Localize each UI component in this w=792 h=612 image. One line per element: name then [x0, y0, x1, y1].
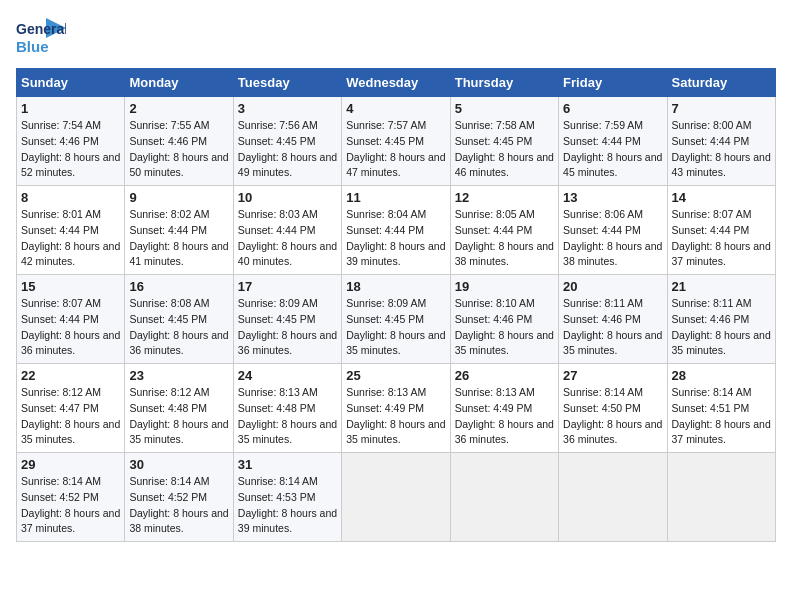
cell-content: Sunrise: 8:02 AMSunset: 4:44 PMDaylight:… [129, 207, 228, 270]
cell-content: Sunrise: 8:08 AMSunset: 4:45 PMDaylight:… [129, 296, 228, 359]
header-row: SundayMondayTuesdayWednesdayThursdayFrid… [17, 69, 776, 97]
svg-text:General: General [16, 21, 66, 37]
week-row-3: 15Sunrise: 8:07 AMSunset: 4:44 PMDayligh… [17, 275, 776, 364]
cell-content: Sunrise: 8:14 AMSunset: 4:50 PMDaylight:… [563, 385, 662, 448]
calendar-table: SundayMondayTuesdayWednesdayThursdayFrid… [16, 68, 776, 542]
cell-content: Sunrise: 8:14 AMSunset: 4:52 PMDaylight:… [129, 474, 228, 537]
calendar-cell: 28Sunrise: 8:14 AMSunset: 4:51 PMDayligh… [667, 364, 775, 453]
calendar-cell: 10Sunrise: 8:03 AMSunset: 4:44 PMDayligh… [233, 186, 341, 275]
day-number: 11 [346, 190, 445, 205]
week-row-4: 22Sunrise: 8:12 AMSunset: 4:47 PMDayligh… [17, 364, 776, 453]
day-number: 21 [672, 279, 771, 294]
calendar-cell: 30Sunrise: 8:14 AMSunset: 4:52 PMDayligh… [125, 453, 233, 542]
cell-content: Sunrise: 7:58 AMSunset: 4:45 PMDaylight:… [455, 118, 554, 181]
calendar-cell: 29Sunrise: 8:14 AMSunset: 4:52 PMDayligh… [17, 453, 125, 542]
calendar-cell: 11Sunrise: 8:04 AMSunset: 4:44 PMDayligh… [342, 186, 450, 275]
calendar-cell: 2Sunrise: 7:55 AMSunset: 4:46 PMDaylight… [125, 97, 233, 186]
day-number: 10 [238, 190, 337, 205]
day-number: 6 [563, 101, 662, 116]
calendar-cell: 5Sunrise: 7:58 AMSunset: 4:45 PMDaylight… [450, 97, 558, 186]
week-row-5: 29Sunrise: 8:14 AMSunset: 4:52 PMDayligh… [17, 453, 776, 542]
page-header: GeneralBlue [16, 16, 776, 60]
cell-content: Sunrise: 7:56 AMSunset: 4:45 PMDaylight:… [238, 118, 337, 181]
calendar-cell: 27Sunrise: 8:14 AMSunset: 4:50 PMDayligh… [559, 364, 667, 453]
day-number: 27 [563, 368, 662, 383]
day-number: 19 [455, 279, 554, 294]
day-number: 30 [129, 457, 228, 472]
day-number: 14 [672, 190, 771, 205]
cell-content: Sunrise: 8:07 AMSunset: 4:44 PMDaylight:… [21, 296, 120, 359]
cell-content: Sunrise: 8:13 AMSunset: 4:48 PMDaylight:… [238, 385, 337, 448]
logo-svg: GeneralBlue [16, 16, 66, 60]
cell-content: Sunrise: 7:59 AMSunset: 4:44 PMDaylight:… [563, 118, 662, 181]
calendar-cell: 20Sunrise: 8:11 AMSunset: 4:46 PMDayligh… [559, 275, 667, 364]
week-row-1: 1Sunrise: 7:54 AMSunset: 4:46 PMDaylight… [17, 97, 776, 186]
col-header-monday: Monday [125, 69, 233, 97]
calendar-cell: 23Sunrise: 8:12 AMSunset: 4:48 PMDayligh… [125, 364, 233, 453]
calendar-cell: 31Sunrise: 8:14 AMSunset: 4:53 PMDayligh… [233, 453, 341, 542]
calendar-cell: 17Sunrise: 8:09 AMSunset: 4:45 PMDayligh… [233, 275, 341, 364]
day-number: 28 [672, 368, 771, 383]
calendar-cell: 12Sunrise: 8:05 AMSunset: 4:44 PMDayligh… [450, 186, 558, 275]
calendar-cell: 3Sunrise: 7:56 AMSunset: 4:45 PMDaylight… [233, 97, 341, 186]
calendar-cell: 13Sunrise: 8:06 AMSunset: 4:44 PMDayligh… [559, 186, 667, 275]
calendar-cell: 19Sunrise: 8:10 AMSunset: 4:46 PMDayligh… [450, 275, 558, 364]
cell-content: Sunrise: 8:12 AMSunset: 4:47 PMDaylight:… [21, 385, 120, 448]
cell-content: Sunrise: 8:10 AMSunset: 4:46 PMDaylight:… [455, 296, 554, 359]
day-number: 4 [346, 101, 445, 116]
cell-content: Sunrise: 8:05 AMSunset: 4:44 PMDaylight:… [455, 207, 554, 270]
cell-content: Sunrise: 8:07 AMSunset: 4:44 PMDaylight:… [672, 207, 771, 270]
day-number: 23 [129, 368, 228, 383]
col-header-tuesday: Tuesday [233, 69, 341, 97]
cell-content: Sunrise: 8:13 AMSunset: 4:49 PMDaylight:… [455, 385, 554, 448]
cell-content: Sunrise: 8:14 AMSunset: 4:52 PMDaylight:… [21, 474, 120, 537]
day-number: 31 [238, 457, 337, 472]
svg-text:Blue: Blue [16, 38, 49, 55]
calendar-cell: 8Sunrise: 8:01 AMSunset: 4:44 PMDaylight… [17, 186, 125, 275]
cell-content: Sunrise: 8:04 AMSunset: 4:44 PMDaylight:… [346, 207, 445, 270]
calendar-cell: 15Sunrise: 8:07 AMSunset: 4:44 PMDayligh… [17, 275, 125, 364]
calendar-cell [667, 453, 775, 542]
day-number: 26 [455, 368, 554, 383]
calendar-cell: 16Sunrise: 8:08 AMSunset: 4:45 PMDayligh… [125, 275, 233, 364]
cell-content: Sunrise: 8:14 AMSunset: 4:51 PMDaylight:… [672, 385, 771, 448]
day-number: 12 [455, 190, 554, 205]
day-number: 20 [563, 279, 662, 294]
calendar-cell: 1Sunrise: 7:54 AMSunset: 4:46 PMDaylight… [17, 97, 125, 186]
day-number: 2 [129, 101, 228, 116]
cell-content: Sunrise: 7:54 AMSunset: 4:46 PMDaylight:… [21, 118, 120, 181]
cell-content: Sunrise: 8:11 AMSunset: 4:46 PMDaylight:… [672, 296, 771, 359]
logo: GeneralBlue [16, 16, 66, 60]
cell-content: Sunrise: 7:55 AMSunset: 4:46 PMDaylight:… [129, 118, 228, 181]
cell-content: Sunrise: 8:13 AMSunset: 4:49 PMDaylight:… [346, 385, 445, 448]
col-header-sunday: Sunday [17, 69, 125, 97]
day-number: 5 [455, 101, 554, 116]
day-number: 7 [672, 101, 771, 116]
calendar-cell: 22Sunrise: 8:12 AMSunset: 4:47 PMDayligh… [17, 364, 125, 453]
day-number: 25 [346, 368, 445, 383]
week-row-2: 8Sunrise: 8:01 AMSunset: 4:44 PMDaylight… [17, 186, 776, 275]
day-number: 3 [238, 101, 337, 116]
day-number: 18 [346, 279, 445, 294]
cell-content: Sunrise: 8:01 AMSunset: 4:44 PMDaylight:… [21, 207, 120, 270]
day-number: 8 [21, 190, 120, 205]
cell-content: Sunrise: 8:00 AMSunset: 4:44 PMDaylight:… [672, 118, 771, 181]
cell-content: Sunrise: 8:11 AMSunset: 4:46 PMDaylight:… [563, 296, 662, 359]
day-number: 16 [129, 279, 228, 294]
day-number: 22 [21, 368, 120, 383]
cell-content: Sunrise: 8:12 AMSunset: 4:48 PMDaylight:… [129, 385, 228, 448]
calendar-cell: 14Sunrise: 8:07 AMSunset: 4:44 PMDayligh… [667, 186, 775, 275]
col-header-saturday: Saturday [667, 69, 775, 97]
day-number: 15 [21, 279, 120, 294]
cell-content: Sunrise: 8:03 AMSunset: 4:44 PMDaylight:… [238, 207, 337, 270]
calendar-cell: 24Sunrise: 8:13 AMSunset: 4:48 PMDayligh… [233, 364, 341, 453]
day-number: 9 [129, 190, 228, 205]
col-header-thursday: Thursday [450, 69, 558, 97]
cell-content: Sunrise: 8:09 AMSunset: 4:45 PMDaylight:… [346, 296, 445, 359]
day-number: 24 [238, 368, 337, 383]
calendar-cell: 9Sunrise: 8:02 AMSunset: 4:44 PMDaylight… [125, 186, 233, 275]
calendar-cell: 21Sunrise: 8:11 AMSunset: 4:46 PMDayligh… [667, 275, 775, 364]
calendar-cell: 25Sunrise: 8:13 AMSunset: 4:49 PMDayligh… [342, 364, 450, 453]
calendar-cell: 4Sunrise: 7:57 AMSunset: 4:45 PMDaylight… [342, 97, 450, 186]
col-header-wednesday: Wednesday [342, 69, 450, 97]
